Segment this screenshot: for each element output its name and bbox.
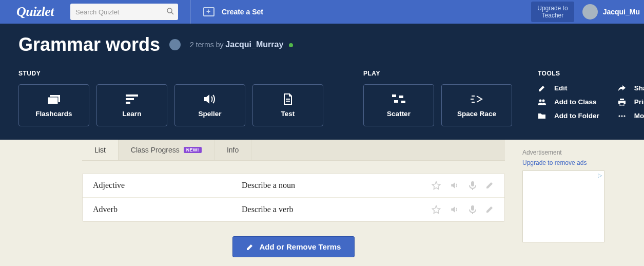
svg-rect-23 <box>471 205 474 211</box>
svg-point-20 <box>623 115 625 117</box>
search-button[interactable] <box>166 7 175 16</box>
mic-button[interactable] <box>469 205 477 214</box>
flashcards-button[interactable]: Flashcards <box>18 84 89 126</box>
term-row: Adverb Describe a verb <box>83 198 504 221</box>
author-avatar[interactable] <box>169 39 181 50</box>
star-icon <box>432 205 441 214</box>
svg-rect-3 <box>48 97 58 104</box>
user-menu[interactable]: Jacqui_Mu <box>582 4 644 20</box>
upgrade-button[interactable]: Upgrade to Teacher <box>531 2 574 23</box>
add-to-class-button[interactable]: Add to Class <box>538 98 599 106</box>
add-to-folder-button[interactable]: Add to Folder <box>538 112 599 120</box>
search-wrap <box>70 4 178 20</box>
add-remove-terms-button[interactable]: Add or Remove Terms <box>232 236 355 257</box>
print-icon <box>618 99 626 106</box>
print-label: Print <box>634 98 644 106</box>
star-icon <box>432 181 441 190</box>
add-to-class-label: Add to Class <box>554 98 597 106</box>
spacerace-label: Space Race <box>457 110 496 118</box>
audio-icon <box>450 205 459 214</box>
svg-line-1 <box>171 12 173 14</box>
upgrade-line2: Teacher <box>537 12 568 19</box>
spacerace-button[interactable]: Space Race <box>441 84 512 126</box>
play-section: PLAY Scatter Space Race <box>363 70 512 126</box>
mic-icon <box>469 205 477 214</box>
svg-point-14 <box>542 99 545 102</box>
tab-info-label: Info <box>227 146 239 154</box>
tools-section: TOOLS Edit Share Add to Class Print <box>538 70 644 120</box>
upgrade-line1: Upgrade to <box>537 5 568 12</box>
tab-list[interactable]: List <box>82 140 119 160</box>
create-set-button[interactable]: Create a Set <box>203 7 263 16</box>
term-actions <box>432 205 494 214</box>
sidebar-column: Advertisement Upgrade to remove ads ▷ <box>522 140 625 257</box>
term-row: Adjective Describe a noun <box>83 174 504 198</box>
edit-button[interactable]: Edit <box>538 84 599 92</box>
play-label: PLAY <box>363 70 512 77</box>
upgrade-remove-ads-link[interactable]: Upgrade to remove ads <box>522 159 625 166</box>
edit-term-button[interactable] <box>486 181 494 190</box>
flashcards-icon <box>47 93 61 105</box>
tab-list-label: List <box>94 146 106 154</box>
svg-rect-11 <box>394 100 398 103</box>
scatter-icon <box>392 93 405 105</box>
page-title: Grammar words <box>18 34 160 55</box>
star-button[interactable] <box>432 181 441 190</box>
audio-button[interactable] <box>450 181 459 190</box>
spacerace-icon <box>470 93 484 105</box>
test-label: Test <box>281 110 295 118</box>
audio-button[interactable] <box>450 205 459 214</box>
tab-class-progress[interactable]: Class Progress NEW! <box>119 140 214 160</box>
mic-button[interactable] <box>469 181 477 190</box>
term-actions <box>432 181 494 190</box>
svg-rect-21 <box>471 181 474 186</box>
pencil-icon <box>486 181 494 189</box>
pencil-icon <box>246 243 253 251</box>
class-icon <box>538 99 546 105</box>
study-label: STUDY <box>18 70 323 77</box>
logo[interactable]: Quizlet <box>0 4 70 20</box>
search-input[interactable] <box>70 4 178 20</box>
flashcards-label: Flashcards <box>35 110 72 118</box>
audio-icon <box>450 181 459 190</box>
create-set-icon <box>203 7 214 16</box>
svg-rect-10 <box>399 96 403 98</box>
tab-info[interactable]: Info <box>214 140 251 160</box>
learn-label: Learn <box>123 110 142 118</box>
print-button[interactable]: Print <box>618 98 644 106</box>
pencil-icon <box>538 85 546 92</box>
create-set-label: Create a Set <box>222 8 263 16</box>
share-button[interactable]: Share <box>618 84 644 92</box>
speller-button[interactable]: Speller <box>174 84 245 126</box>
tools-label: TOOLS <box>538 70 644 77</box>
ad-box[interactable]: ▷ <box>522 170 604 242</box>
more-button[interactable]: More <box>618 112 644 120</box>
edit-label: Edit <box>554 84 568 92</box>
hero-section: Grammar words 2 terms by Jacqui_Murray S… <box>0 24 644 140</box>
test-icon <box>283 93 293 105</box>
terms-count: 2 terms by <box>190 41 225 49</box>
online-indicator-icon <box>289 43 293 47</box>
scatter-label: Scatter <box>387 110 411 118</box>
new-badge: NEW! <box>184 147 202 153</box>
star-button[interactable] <box>432 205 441 214</box>
scatter-button[interactable]: Scatter <box>363 84 434 126</box>
learn-icon <box>126 93 138 105</box>
svg-rect-5 <box>126 98 134 100</box>
svg-point-18 <box>618 115 620 117</box>
svg-rect-15 <box>620 99 624 100</box>
avatar <box>582 4 598 20</box>
edit-term-button[interactable] <box>486 205 494 214</box>
pencil-icon <box>486 205 494 213</box>
share-label: Share <box>634 84 644 92</box>
adchoices-icon[interactable]: ▷ <box>598 172 602 179</box>
author-link[interactable]: Jacqui_Murray <box>225 40 283 49</box>
title-row: Grammar words 2 terms by Jacqui_Murray <box>18 34 626 55</box>
svg-point-19 <box>621 115 622 117</box>
test-button[interactable]: Test <box>252 84 323 126</box>
set-meta: 2 terms by Jacqui_Murray <box>190 40 293 49</box>
svg-point-13 <box>539 99 542 102</box>
learn-button[interactable]: Learn <box>96 84 167 126</box>
more-label: More <box>634 112 644 120</box>
svg-rect-9 <box>392 94 396 97</box>
